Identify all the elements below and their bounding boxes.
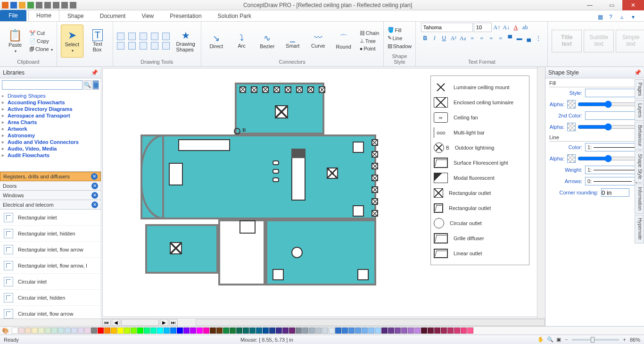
color-swatch[interactable] — [362, 327, 368, 334]
maximize-button[interactable]: ▭ — [601, 0, 622, 10]
close-icon[interactable]: ✕ — [91, 183, 98, 189]
line-tool-icon[interactable] — [117, 33, 124, 40]
color-swatch[interactable] — [117, 327, 124, 334]
color-swatch[interactable] — [282, 327, 289, 334]
color-swatch[interactable] — [104, 327, 110, 334]
side-tab-layers[interactable]: Layers — [635, 100, 644, 121]
second-alpha-slider[interactable] — [578, 123, 638, 131]
color-swatch[interactable] — [249, 327, 256, 334]
increase-font-icon[interactable]: A↑ — [493, 23, 501, 32]
color-swatch[interactable] — [467, 327, 473, 334]
category-registers[interactable]: Registers, drills and diffusers✕ — [0, 172, 101, 181]
point-button[interactable]: ●Point — [360, 46, 380, 51]
color-swatch[interactable] — [144, 327, 150, 334]
side-tab-pages[interactable]: Pages — [635, 79, 644, 99]
menu-icon[interactable]: ▾ — [632, 14, 639, 21]
color-swatch[interactable] — [454, 327, 460, 334]
close-icon[interactable]: ✕ — [91, 173, 98, 180]
color-swatch[interactable] — [342, 327, 348, 334]
minimize-button[interactable]: — — [579, 0, 601, 10]
tree-item[interactable]: Audio and Video Connectors — [2, 139, 99, 145]
fit-page-icon[interactable]: ▣ — [556, 336, 561, 343]
superscript-button[interactable]: A² — [449, 34, 458, 42]
curve-tool-icon[interactable] — [140, 33, 147, 40]
color-swatch[interactable] — [269, 327, 275, 334]
color-swatch[interactable] — [315, 327, 322, 334]
drawing-canvas[interactable]: B Luminaire ceilling mount Enclosed ceil… — [102, 68, 544, 317]
highlight-icon[interactable]: ab — [521, 23, 529, 32]
cut-button[interactable]: ✂️Cut — [29, 30, 53, 36]
qat-icon[interactable] — [2, 2, 8, 8]
search-button[interactable]: 🔍 — [83, 80, 91, 90]
qat-icon[interactable] — [36, 2, 42, 8]
subtitle-text-style[interactable]: Subtitle text — [584, 30, 614, 52]
qat-icon[interactable] — [70, 2, 76, 8]
chain-button[interactable]: ⛓Chain — [360, 30, 380, 36]
corner-rounding-input[interactable] — [601, 188, 629, 197]
color-swatch[interactable] — [150, 327, 157, 334]
color-swatch[interactable] — [25, 327, 31, 334]
valign-bot-button[interactable]: ▄ — [525, 34, 533, 42]
color-swatch[interactable] — [71, 327, 77, 334]
pin-icon[interactable]: 📌 — [634, 69, 641, 76]
shape-item[interactable]: Circular inlet, hidden — [0, 290, 101, 306]
color-swatch[interactable] — [51, 327, 58, 334]
page-next-button[interactable]: ▶ — [160, 319, 168, 326]
page-prev-button[interactable]: ◀ — [112, 319, 120, 326]
color-swatch[interactable] — [124, 327, 130, 334]
color-swatch[interactable] — [421, 327, 427, 334]
color-swatch[interactable] — [38, 327, 44, 334]
file-tab[interactable]: File — [0, 10, 26, 21]
fill-style-button[interactable]: 🪣Fill — [388, 27, 412, 33]
library-search-input[interactable] — [2, 80, 83, 90]
help-icon[interactable]: ? — [609, 14, 617, 21]
tab-home[interactable]: Home — [28, 10, 59, 21]
color-swatch[interactable] — [230, 327, 236, 334]
tree-item[interactable]: Active Directory Diagrams — [2, 106, 99, 112]
category-electrical[interactable]: Electrical and telecom✕ — [0, 200, 101, 210]
collapse-ribbon-icon[interactable]: ▵ — [620, 14, 628, 21]
tab-view[interactable]: View — [133, 10, 162, 21]
shape-list[interactable]: Rectangular inlet Rectangular inlet, hid… — [0, 210, 101, 319]
shape-item[interactable]: Rectangular inlet, flow arrow — [0, 242, 101, 258]
decrease-font-icon[interactable]: A↓ — [502, 23, 511, 32]
align-justify-button[interactable]: ≡ — [496, 34, 505, 42]
shape-item[interactable]: Rectangular inlet, hidden — [0, 226, 101, 242]
font-color-icon[interactable]: A — [512, 23, 520, 32]
color-swatch[interactable] — [263, 327, 269, 334]
side-tab-hypernote[interactable]: Hypernote — [635, 215, 644, 243]
subscript-button[interactable]: A₂ — [459, 34, 467, 42]
tab-solution-park[interactable]: Solution Park — [210, 10, 259, 21]
select-tool-button[interactable]: ➤ Select — [61, 25, 83, 58]
color-swatch[interactable] — [461, 327, 467, 334]
connector-direct-button[interactable]: ↘Direct — [205, 25, 228, 58]
hand-tool-icon[interactable]: ✋ — [537, 336, 544, 343]
bold-button[interactable]: B — [421, 34, 429, 42]
color-swatch[interactable] — [203, 327, 209, 334]
color-swatch[interactable] — [157, 327, 163, 334]
underline-button[interactable]: U — [440, 34, 448, 42]
font-size-select[interactable] — [474, 23, 492, 32]
line-style-button[interactable]: ✎Line — [388, 35, 412, 41]
color-swatch[interactable] — [197, 327, 203, 334]
color-swatch[interactable] — [335, 327, 341, 334]
color-swatch[interactable] — [348, 327, 355, 334]
color-swatch[interactable] — [381, 327, 388, 334]
color-swatch[interactable] — [256, 327, 262, 334]
side-tab-shape-style[interactable]: Shape Style — [635, 151, 644, 183]
page-last-button[interactable]: ⏭ — [169, 319, 178, 326]
line-weight-ctl[interactable]: 1: — [585, 166, 640, 174]
align-right-button[interactable]: ≡ — [487, 34, 495, 42]
color-swatch[interactable] — [434, 327, 440, 334]
color-swatch[interactable] — [210, 327, 216, 334]
tree-item[interactable]: Accounting Flowcharts — [2, 99, 99, 106]
color-swatch[interactable] — [111, 327, 117, 334]
sidebar-hscroll[interactable] — [0, 319, 101, 326]
rect-tool-icon[interactable] — [117, 42, 124, 50]
color-swatch[interactable] — [302, 327, 308, 334]
valign-top-button[interactable]: ▀ — [506, 34, 514, 42]
arrows-ctl[interactable]: 0::0 — [585, 177, 640, 185]
font-family-select[interactable] — [421, 23, 473, 32]
tree-item[interactable]: Audio, Video, Media — [2, 145, 99, 152]
paste-button[interactable]: 📋 Paste — [4, 25, 26, 58]
